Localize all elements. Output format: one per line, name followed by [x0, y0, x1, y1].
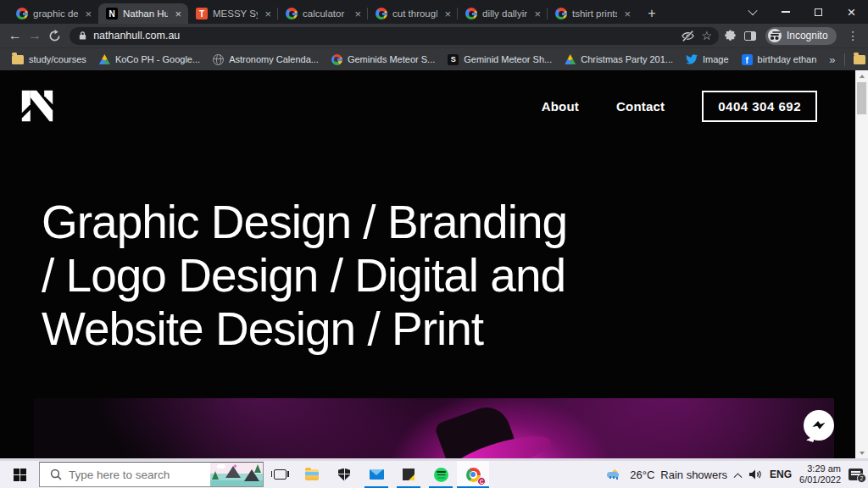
spotify-icon	[434, 468, 448, 482]
tray-overflow-chevron-icon[interactable]	[734, 473, 743, 481]
notification-center-button[interactable]: 2	[849, 469, 863, 480]
tab-cut-through[interactable]: cut through th ×	[368, 3, 458, 24]
bookmark-birthday-ethan[interactable]: f birthday ethan	[742, 54, 817, 65]
reload-icon	[48, 30, 61, 42]
browser-toolbar: ← → nathanhull.com.au ☆	[0, 24, 868, 47]
url-text: nathanhull.com.au	[93, 30, 674, 42]
bookmark-image[interactable]: Image	[686, 54, 729, 64]
tab-calculator[interactable]: calculator - Go ×	[278, 3, 368, 24]
new-tab-button[interactable]: +	[641, 3, 663, 24]
bookmark-geminids-meteor[interactable]: Geminids Meteor S...	[331, 54, 435, 65]
bookmark-geminid-meteor-shower[interactable]: S Geminid Meteor Sh...	[448, 54, 552, 65]
close-icon[interactable]: ×	[442, 8, 453, 19]
other-bookmarks-button[interactable]: Other bookmarks	[854, 54, 868, 64]
close-icon[interactable]: ×	[83, 8, 93, 19]
weather-desc: Rain showers	[660, 469, 727, 481]
back-button[interactable]: ←	[7, 25, 23, 46]
shield-icon	[338, 469, 350, 481]
google-icon	[376, 8, 387, 19]
page-viewport: About Contact 0404 304 692 Graphic Desig…	[0, 70, 868, 458]
side-panel-button[interactable]	[743, 25, 759, 46]
task-view-button[interactable]	[264, 461, 296, 488]
close-icon[interactable]: ×	[263, 8, 273, 19]
bookmark-christmas-party[interactable]: Christmas Party 201...	[565, 54, 673, 64]
google-icon	[465, 8, 477, 19]
chrome-profile-badge: C	[477, 477, 486, 485]
bookmark-astronomy-calendar[interactable]: Astronomy Calenda...	[213, 54, 319, 65]
close-icon: ×	[848, 5, 856, 19]
divider	[844, 53, 845, 66]
incognito-badge[interactable]: Incognito	[765, 27, 837, 45]
minimize-icon	[782, 11, 790, 13]
page-scrollbar[interactable]	[855, 70, 868, 458]
spotify-button[interactable]	[425, 461, 457, 488]
google-drive-icon	[99, 54, 110, 64]
browser-menu-button[interactable]: ⋮	[845, 25, 861, 46]
scrollbar-thumb[interactable]	[857, 82, 866, 114]
taskbar-search[interactable]: ✦	[39, 462, 264, 487]
reload-button[interactable]	[47, 25, 63, 46]
speaker-icon[interactable]	[748, 469, 762, 480]
incognito-label: Incognito	[787, 30, 828, 42]
scroll-down-button[interactable]	[855, 447, 868, 458]
mail-button[interactable]	[360, 461, 392, 488]
messenger-chat-button[interactable]	[804, 410, 834, 441]
search-input[interactable]	[62, 469, 206, 481]
google-icon	[16, 8, 28, 19]
chrome-button[interactable]: C	[457, 461, 489, 488]
language-indicator[interactable]: ENG	[770, 469, 792, 480]
tab-dilly-dallying[interactable]: dilly dallying - ×	[458, 3, 548, 24]
tab-tshirt-prints[interactable]: tshirt prints - G ×	[548, 3, 637, 24]
windows-security-button[interactable]	[328, 461, 360, 488]
scroll-up-button[interactable]	[855, 70, 868, 81]
address-bar[interactable]: nathanhull.com.au ☆	[70, 27, 719, 45]
lock-icon	[78, 30, 87, 41]
windows-logo-icon	[14, 469, 26, 481]
search-icon	[50, 469, 62, 480]
puzzle-icon	[724, 30, 737, 42]
maximize-button[interactable]	[802, 0, 835, 24]
google-icon	[555, 8, 567, 19]
close-window-button[interactable]: ×	[835, 0, 868, 24]
close-icon[interactable]: ×	[173, 8, 183, 19]
sticky-notes-button[interactable]	[392, 461, 425, 488]
bookmarks-bar: study/courses KoCo PH - Google... Astron…	[0, 47, 868, 70]
hero-heading: Graphic Design / Branding / Logo Design …	[42, 196, 567, 356]
tab-title: Nathan Hull – C	[123, 8, 168, 19]
date-text: 6/01/2022	[799, 474, 841, 485]
folder-icon	[854, 55, 865, 64]
nathan-hull-logo[interactable]	[20, 89, 54, 123]
tab-messy-synonym[interactable]: T MESSY Synony ×	[188, 3, 278, 24]
bookmarks-overflow-button[interactable]: »	[829, 53, 835, 66]
start-button[interactable]	[0, 461, 39, 488]
minimize-button[interactable]	[769, 0, 802, 24]
extensions-button[interactable]	[722, 25, 738, 46]
file-explorer-button[interactable]	[296, 461, 328, 488]
tab-graphic-design[interactable]: graphic design ×	[8, 3, 98, 24]
bookmark-study-courses[interactable]: study/courses	[12, 54, 86, 64]
forward-button[interactable]: →	[26, 25, 42, 46]
tab-nathan-hull[interactable]: N Nathan Hull – C ×	[98, 3, 188, 24]
tab-title: MESSY Synony	[213, 8, 258, 19]
eye-blocked-icon[interactable]	[681, 29, 695, 43]
bookmark-star-icon[interactable]: ☆	[702, 30, 713, 42]
clock[interactable]: 3:29 am 6/01/2022	[799, 463, 841, 485]
phone-number-button[interactable]: 0404 304 692	[702, 91, 817, 122]
google-icon	[286, 8, 298, 19]
task-view-icon	[274, 469, 287, 480]
search-highlight-art[interactable]: ✦	[210, 463, 263, 486]
nav-link-contact[interactable]: Contact	[616, 99, 665, 114]
google-drive-icon	[565, 54, 576, 64]
tab-search-button[interactable]	[736, 0, 769, 24]
bookmark-koco-ph[interactable]: KoCo PH - Google...	[99, 54, 200, 64]
screen: graphic design × N Nathan Hull – C × T M…	[0, 0, 868, 488]
google-icon	[331, 54, 342, 65]
time-text: 3:29 am	[799, 463, 841, 474]
close-icon[interactable]: ×	[532, 8, 542, 19]
weather-widget[interactable]: ✦ 26°C Rain showers	[607, 468, 727, 481]
hero-image	[34, 398, 834, 458]
close-icon[interactable]: ×	[622, 8, 632, 19]
close-icon[interactable]: ×	[353, 8, 363, 19]
nav-link-about[interactable]: About	[542, 99, 579, 114]
incognito-spy-icon	[768, 29, 782, 42]
